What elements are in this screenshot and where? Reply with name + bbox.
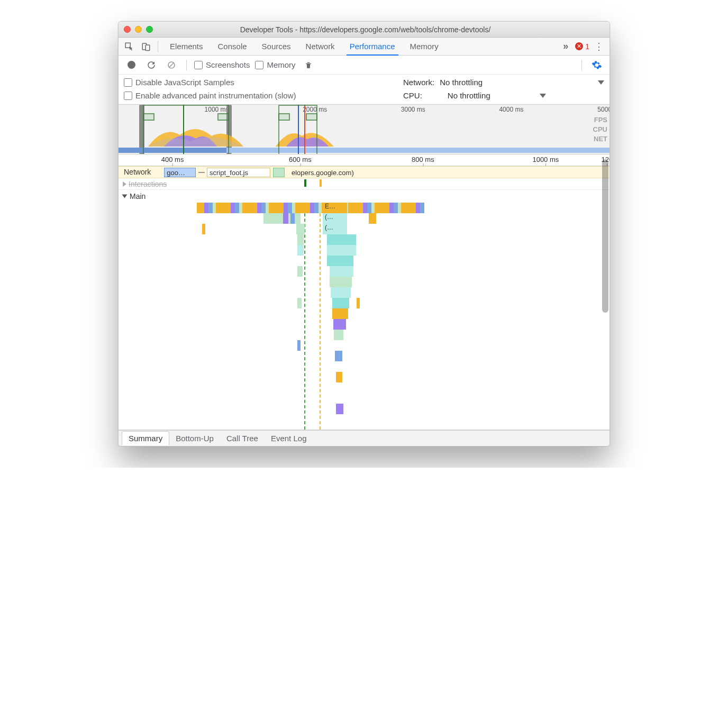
svg-rect-1 [145, 45, 150, 51]
overview-lane-labels: FPS CPU NET [593, 115, 607, 144]
titlebar: Developer Tools - https://developers.goo… [119, 22, 609, 38]
screenshots-checkbox[interactable]: Screenshots [194, 60, 250, 69]
ruler-tick: 1000 ms [532, 156, 559, 163]
inspect-icon[interactable] [122, 39, 136, 54]
flame-block[interactable] [332, 308, 348, 319]
interaction-tick [320, 179, 322, 187]
vertical-scrollbar[interactable] [602, 159, 608, 313]
ruler-tick: 600 ms [289, 156, 312, 163]
flame-block[interactable] [335, 351, 342, 361]
tab-memory[interactable]: Memory [403, 38, 446, 55]
main-row-header[interactable]: Main [119, 190, 609, 203]
flame-block[interactable] [202, 224, 205, 234]
ruler-tick: 400 ms [161, 156, 184, 163]
flame-block[interactable] [332, 298, 349, 308]
flame-chart[interactable]: E… (… (… [119, 203, 609, 430]
tab-strip: Elements Console Sources Network Perform… [119, 38, 609, 56]
flame-block[interactable] [357, 298, 360, 308]
flame-block[interactable] [331, 287, 351, 298]
flame-block[interactable] [197, 203, 424, 213]
capture-options: Disable JavaScript Samples Network: No t… [119, 75, 609, 105]
net-item[interactable] [273, 168, 285, 177]
flame-block[interactable]: E… [323, 203, 347, 213]
chevron-down-icon[interactable] [540, 94, 546, 98]
interactions-label: Interactions [129, 180, 167, 188]
flame-block[interactable] [283, 213, 288, 224]
flame-block[interactable] [336, 372, 342, 382]
divider [158, 41, 158, 52]
disclosure-icon[interactable] [123, 181, 126, 187]
close-icon[interactable] [124, 26, 131, 33]
network-throttle-select[interactable]: No throttling [440, 78, 593, 87]
net-item[interactable]: goo… [164, 168, 196, 177]
window-title: Developer Tools - https://developers.goo… [157, 25, 574, 34]
divider [186, 60, 187, 70]
flame-block[interactable] [334, 330, 343, 340]
memory-checkbox[interactable]: Memory [255, 60, 295, 69]
flame-block[interactable] [327, 234, 356, 245]
minimize-icon[interactable] [135, 26, 142, 33]
overview-window[interactable] [143, 105, 229, 154]
flame-block[interactable] [297, 298, 302, 308]
chevron-down-icon[interactable] [598, 80, 604, 85]
ov-tick: 3000 ms [401, 106, 425, 113]
error-badge[interactable]: ✕ 1 [575, 42, 589, 51]
flame-block[interactable] [330, 277, 352, 287]
tab-network[interactable]: Network [298, 38, 342, 55]
flame-block[interactable] [330, 266, 353, 277]
flame-block[interactable] [297, 245, 304, 256]
flame-block[interactable] [297, 266, 303, 277]
more-tabs-icon[interactable]: » [558, 39, 573, 54]
bottom-tab-eventlog[interactable]: Event Log [265, 432, 313, 445]
kebab-icon[interactable]: ⋮ [592, 39, 606, 54]
zoom-icon[interactable] [146, 26, 153, 33]
ov-tick: 5000 [597, 106, 609, 113]
bottom-tab-summary[interactable]: Summary [122, 431, 169, 445]
flame-block[interactable] [336, 404, 343, 414]
tab-console[interactable]: Console [211, 38, 254, 55]
clear-icon[interactable] [164, 58, 179, 72]
interactions-row[interactable]: Interactions [119, 178, 609, 190]
tab-sources[interactable]: Sources [254, 38, 298, 55]
flame-block[interactable] [290, 213, 295, 224]
flame-block[interactable] [369, 213, 376, 224]
error-count: 1 [585, 42, 589, 51]
devtools-window: Developer Tools - https://developers.goo… [118, 21, 610, 446]
flame-block[interactable] [296, 224, 305, 234]
flame-block[interactable]: (… [323, 213, 347, 224]
perf-toolbar: Screenshots Memory [119, 56, 609, 75]
flame-block[interactable] [333, 319, 346, 330]
bottom-tab-bottomup[interactable]: Bottom-Up [169, 432, 220, 445]
settings-icon[interactable] [589, 58, 604, 72]
disclosure-icon[interactable] [122, 195, 128, 198]
net-item[interactable]: elopers.google.com) [289, 168, 602, 177]
interaction-tick [304, 179, 306, 187]
marker-line [304, 203, 305, 430]
reload-icon[interactable] [144, 58, 159, 72]
network-row[interactable]: Network goo… script_foot.js elopers.goog… [119, 166, 609, 178]
tab-performance[interactable]: Performance [342, 38, 403, 55]
bottom-tab-calltree[interactable]: Call Tree [220, 432, 265, 445]
cpu-throttle-select[interactable]: No throttling [448, 91, 534, 100]
main-label: Main [130, 192, 145, 200]
disable-js-checkbox[interactable]: Disable JavaScript Samples [124, 78, 234, 87]
tab-elements[interactable]: Elements [162, 38, 211, 55]
flame-block[interactable] [327, 245, 356, 256]
flame-block[interactable] [297, 234, 304, 245]
overview-window[interactable] [278, 105, 317, 154]
net-gap [198, 172, 205, 173]
flame-block[interactable] [297, 340, 301, 351]
flame-block[interactable] [327, 256, 353, 266]
network-throttle-label: Network: [403, 78, 434, 87]
flame-block[interactable]: (… [323, 224, 347, 234]
device-icon[interactable] [139, 39, 153, 54]
trash-icon[interactable] [301, 58, 316, 72]
advanced-paint-checkbox[interactable]: Enable advanced paint instrumentation (s… [124, 91, 296, 100]
record-button[interactable] [124, 58, 139, 72]
ov-tick: 4000 ms [499, 106, 523, 113]
timeline-ruler[interactable]: 400 ms 600 ms 800 ms 1000 ms 120 [119, 154, 609, 166]
flame-block[interactable] [263, 213, 301, 224]
details-tab-strip: Summary Bottom-Up Call Tree Event Log [119, 430, 609, 446]
net-item[interactable]: script_foot.js [207, 168, 270, 177]
overview-chart[interactable]: 1000 ms 2000 ms 3000 ms 4000 ms 5000 FPS… [119, 105, 609, 154]
